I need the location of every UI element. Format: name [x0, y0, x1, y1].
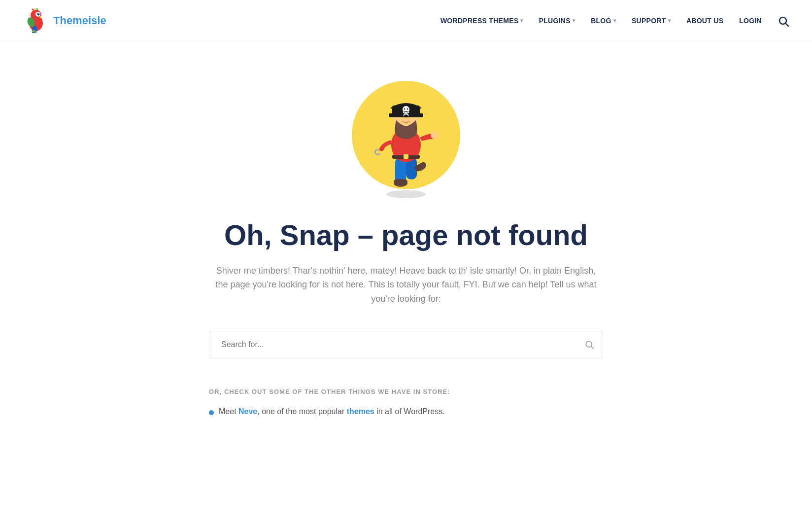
checkout-section: OR, CHECK OUT SOME OF THE OTHER THINGS W… [209, 388, 603, 422]
parrot-logo-icon [24, 8, 48, 33]
search-icon-button[interactable] [778, 15, 788, 26]
chevron-down-icon: ▾ [668, 18, 671, 23]
error-description: Shiver me timbers! Thar's nothin' here, … [214, 264, 598, 306]
main-nav: WORDPRESS THEMES ▾ PLUGINS ▾ BLOG ▾ SUPP… [440, 15, 788, 26]
nav-item-wordpress-themes[interactable]: WORDPRESS THEMES ▾ [440, 17, 523, 25]
neve-link[interactable]: Neve [238, 407, 257, 416]
search-submit-icon [584, 340, 594, 350]
chevron-down-icon: ▾ [573, 18, 575, 23]
search-submit-button[interactable] [575, 331, 603, 358]
svg-point-19 [431, 131, 439, 139]
nav-item-support[interactable]: SUPPORT ▾ [632, 17, 671, 25]
nav-item-blog[interactable]: BLOG ▾ [591, 17, 616, 25]
svg-point-4 [38, 13, 39, 14]
svg-point-30 [404, 108, 406, 110]
svg-rect-15 [394, 179, 407, 185]
site-logo[interactable]: Themeisle [24, 8, 106, 33]
checkout-item-text: Meet Neve, one of the most popular theme… [219, 407, 445, 416]
svg-line-10 [786, 23, 789, 26]
list-item: Meet Neve, one of the most popular theme… [209, 407, 603, 416]
svg-rect-35 [404, 154, 408, 159]
search-input[interactable] [209, 331, 603, 358]
search-icon [778, 15, 789, 27]
site-header: Themeisle WORDPRESS THEMES ▾ PLUGINS ▾ B… [0, 0, 812, 41]
nav-item-about-us[interactable]: ABOUT US [686, 17, 723, 25]
search-container [209, 331, 603, 358]
chevron-down-icon: ▾ [520, 18, 523, 23]
main-content: Oh, Snap – page not found Shiver me timb… [110, 41, 702, 461]
svg-point-3 [37, 13, 40, 15]
chevron-down-icon: ▾ [613, 18, 616, 23]
svg-line-37 [591, 347, 594, 349]
pirate-illustration [342, 71, 470, 199]
pirate-character-svg [357, 81, 455, 199]
checkout-list: Meet Neve, one of the most popular theme… [209, 407, 603, 416]
svg-point-11 [386, 190, 426, 198]
nav-item-plugins[interactable]: PLUGINS ▾ [539, 17, 575, 25]
error-heading: Oh, Snap – page not found [224, 219, 588, 252]
bullet-icon [209, 410, 214, 415]
checkout-label: OR, CHECK OUT SOME OF THE OTHER THINGS W… [209, 388, 603, 395]
svg-point-31 [407, 108, 408, 110]
themes-link[interactable]: themes [347, 407, 374, 416]
nav-item-login[interactable]: LOGIN [739, 17, 762, 25]
logo-text: Themeisle [53, 14, 106, 27]
